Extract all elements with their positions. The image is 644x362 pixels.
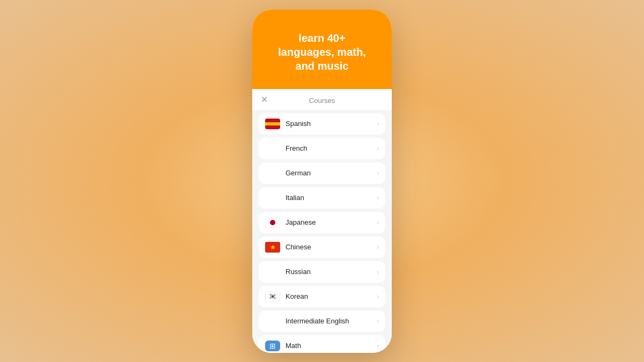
course-name: Korean (286, 292, 377, 300)
chevron-right-icon: › (377, 293, 379, 300)
list-item[interactable]: Japanese › (259, 212, 385, 233)
spanish-flag (265, 119, 280, 129)
course-name: Italian (286, 194, 377, 202)
chevron-right-icon: › (377, 169, 379, 177)
chevron-right-icon: › (377, 342, 379, 350)
chinese-flag: ★ (265, 242, 280, 253)
course-name: German (286, 169, 377, 177)
chevron-right-icon: › (377, 268, 379, 276)
chevron-right-icon: › (377, 243, 379, 251)
courses-panel: ✕ Courses Spanish › French › German (252, 89, 392, 353)
chevron-right-icon: › (377, 120, 379, 128)
korean-flag: 🇰🇷 (265, 291, 280, 302)
course-name: Intermediate English (286, 317, 377, 325)
list-item[interactable]: Italian › (259, 187, 385, 209)
courses-panel-title: Courses (309, 97, 335, 105)
chevron-right-icon: › (377, 145, 379, 152)
chevron-right-icon: › (377, 194, 379, 202)
course-name: Japanese (286, 218, 377, 226)
list-item[interactable]: ★ Chinese › (259, 237, 385, 258)
list-item[interactable]: French › (259, 138, 385, 159)
close-button[interactable]: ✕ (261, 94, 268, 105)
russian-flag (265, 267, 280, 277)
course-name: French (286, 144, 377, 152)
course-name: Math (286, 342, 377, 350)
english-flag (265, 316, 280, 327)
chevron-right-icon: › (377, 219, 379, 226)
courses-list: Spanish › French › German › (252, 110, 392, 353)
list-item[interactable]: Spanish › (259, 113, 385, 135)
math-icon: ⊞ (265, 341, 280, 351)
list-item[interactable]: Intermediate English › (259, 311, 385, 332)
french-flag (265, 143, 280, 154)
list-item[interactable]: ⊞ Math › (259, 335, 385, 353)
orange-header: learn 40+languages, math,and music (252, 10, 392, 89)
course-name: Russian (286, 268, 377, 276)
list-item[interactable]: German › (259, 162, 385, 184)
phone-container: learn 40+languages, math,and music ✕ Cou… (252, 10, 392, 353)
list-item[interactable]: 🇰🇷 Korean › (259, 286, 385, 307)
courses-header: ✕ Courses (252, 89, 392, 110)
japanese-flag (265, 217, 280, 228)
list-item[interactable]: Russian › (259, 261, 385, 283)
italian-flag (265, 193, 280, 203)
course-name: Spanish (286, 120, 377, 128)
header-title: learn 40+languages, math,and music (263, 31, 381, 73)
german-flag (265, 168, 280, 179)
chevron-right-icon: › (377, 317, 379, 325)
course-name: Chinese (286, 243, 377, 251)
